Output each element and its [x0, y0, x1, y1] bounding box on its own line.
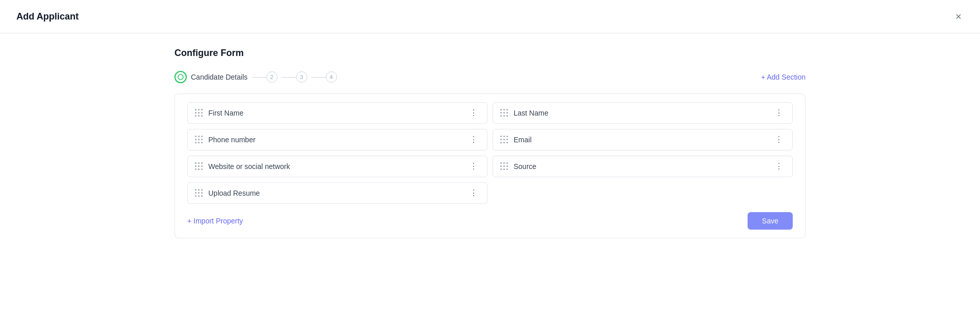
email-more-button[interactable]: ⋮ — [773, 135, 785, 145]
email-label: Email — [514, 136, 532, 144]
field-first-name: First Name ⋮ — [187, 102, 487, 124]
form-footer: + Import Property Save — [187, 212, 793, 230]
step-3-label: 3 — [300, 74, 303, 80]
import-property-button[interactable]: + Import Property — [187, 217, 243, 225]
steps-left: Candidate Details 2 3 4 — [174, 71, 337, 83]
source-label: Source — [514, 162, 536, 171]
phone-more-button[interactable]: ⋮ — [467, 135, 480, 145]
save-button[interactable]: Save — [748, 212, 793, 230]
step-3-circle: 3 — [296, 71, 307, 83]
drag-icon-email — [500, 136, 508, 144]
add-section-button[interactable]: + Add Section — [761, 73, 806, 81]
phone-label: Phone number — [208, 136, 256, 144]
website-more-button[interactable]: ⋮ — [467, 161, 480, 172]
step-connector-2: 3 — [282, 71, 307, 83]
drag-icon-website — [195, 162, 203, 171]
field-upload-resume: Upload Resume ⋮ — [187, 182, 487, 204]
modal-title: Add Applicant — [16, 11, 79, 22]
modal-header: Add Applicant × — [0, 0, 980, 33]
step-2-circle: 2 — [266, 71, 278, 83]
drag-icon-source — [500, 162, 508, 171]
close-button[interactable]: × — [953, 9, 964, 24]
step-2-label: 2 — [270, 74, 273, 80]
configure-form-title: Configure Form — [174, 48, 806, 59]
last-name-label: Last Name — [514, 109, 548, 117]
first-name-label: First Name — [208, 109, 243, 117]
last-name-more-button[interactable]: ⋮ — [773, 108, 785, 118]
step-1-circle — [174, 71, 187, 83]
step-4-label: 4 — [329, 74, 332, 80]
step-connector-3: 4 — [311, 71, 337, 83]
website-label: Website or social network — [208, 162, 290, 171]
field-website: Website or social network ⋮ — [187, 156, 487, 177]
field-phone-left: Phone number — [195, 136, 256, 144]
upload-more-button[interactable]: ⋮ — [467, 188, 480, 198]
fields-grid: First Name ⋮ Last Name ⋮ — [187, 102, 793, 204]
svg-point-0 — [178, 74, 183, 80]
drag-icon-upload — [195, 189, 203, 197]
field-source: Source ⋮ — [493, 156, 793, 177]
field-website-left: Website or social network — [195, 162, 290, 171]
form-container: First Name ⋮ Last Name ⋮ — [174, 93, 806, 238]
step-connector-1: 2 — [252, 71, 278, 83]
field-upload-left: Upload Resume — [195, 189, 260, 197]
field-phone-number: Phone number ⋮ — [187, 129, 487, 151]
source-more-button[interactable]: ⋮ — [773, 161, 785, 172]
modal-body: Configure Form Candidate Details 2 — [0, 33, 980, 253]
field-source-left: Source — [500, 162, 536, 171]
field-first-name-left: First Name — [195, 109, 243, 117]
field-last-name: Last Name ⋮ — [493, 102, 793, 124]
upload-resume-label: Upload Resume — [208, 189, 260, 197]
field-last-name-left: Last Name — [500, 109, 548, 117]
step-4-circle: 4 — [326, 71, 337, 83]
drag-icon-last-name — [500, 109, 508, 117]
drag-icon-first-name — [195, 109, 203, 117]
drag-icon-phone — [195, 136, 203, 144]
field-email: Email ⋮ — [493, 129, 793, 151]
step-1-label: Candidate Details — [191, 73, 248, 81]
field-email-left: Email — [500, 136, 532, 144]
first-name-more-button[interactable]: ⋮ — [467, 108, 480, 118]
steps-row: Candidate Details 2 3 4 — [174, 71, 806, 83]
